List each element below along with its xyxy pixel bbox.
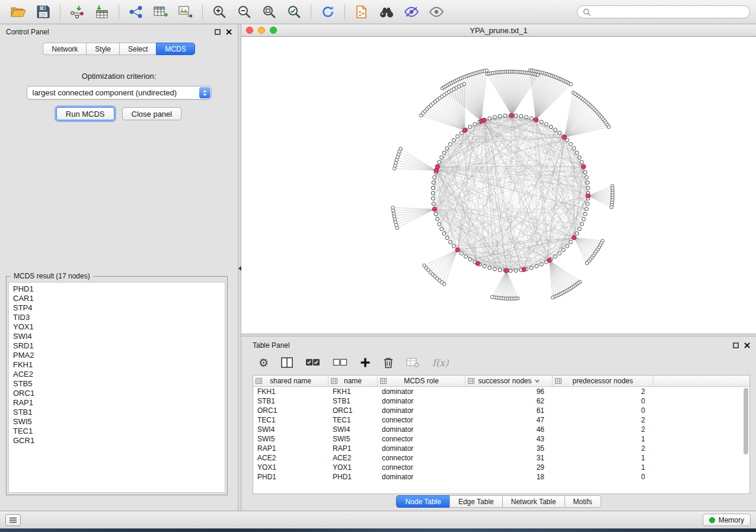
network-node[interactable] xyxy=(493,267,496,271)
network-edge[interactable] xyxy=(423,113,465,130)
table-row[interactable]: STB1STB1dominator620 xyxy=(253,396,749,406)
mcds-result-item[interactable]: CAR1 xyxy=(13,294,221,303)
network-node[interactable] xyxy=(431,191,435,195)
network-hub-node[interactable] xyxy=(534,118,538,122)
network-edge[interactable] xyxy=(425,111,465,130)
tab-style[interactable]: Style xyxy=(86,43,119,55)
add-column-button[interactable] xyxy=(360,357,371,368)
network-hub-node[interactable] xyxy=(510,113,514,117)
network-edge[interactable] xyxy=(395,209,435,219)
tab-motifs[interactable]: Motifs xyxy=(564,495,601,508)
network-node[interactable] xyxy=(578,227,581,230)
export-image-button[interactable] xyxy=(173,2,198,22)
network-node[interactable] xyxy=(535,264,538,268)
float-panel-button[interactable] xyxy=(215,29,221,35)
network-edge[interactable] xyxy=(564,123,606,137)
network-node[interactable] xyxy=(452,244,455,248)
table-row[interactable]: ORC1ORC1dominator610 xyxy=(253,406,749,415)
float-table-panel-button[interactable] xyxy=(733,342,739,348)
network-edge[interactable] xyxy=(530,70,536,120)
network-hub-node[interactable] xyxy=(572,236,576,240)
network-node[interactable] xyxy=(575,232,579,235)
mcds-result-item[interactable]: GCR1 xyxy=(13,436,221,446)
network-node[interactable] xyxy=(583,212,587,216)
save-session-button[interactable] xyxy=(31,2,56,22)
close-table-panel-button[interactable] xyxy=(744,342,750,348)
network-hub-node[interactable] xyxy=(522,267,526,271)
table-scrollbar[interactable] xyxy=(743,387,749,493)
network-leaf-node[interactable] xyxy=(399,147,403,150)
network-node[interactable] xyxy=(525,116,528,119)
mcds-result-item[interactable]: STB1 xyxy=(13,408,221,417)
network-node[interactable] xyxy=(468,258,472,261)
network-edge[interactable] xyxy=(496,271,506,298)
network-node[interactable] xyxy=(436,217,439,221)
network-edge[interactable] xyxy=(396,209,435,225)
network-edge[interactable] xyxy=(398,154,436,170)
mcds-result-item[interactable]: STP4 xyxy=(13,303,221,313)
network-edge[interactable] xyxy=(574,238,587,263)
mcds-result-item[interactable]: ACE2 xyxy=(13,370,221,379)
network-node[interactable] xyxy=(432,202,435,206)
network-edge[interactable] xyxy=(435,209,586,210)
network-hub-node[interactable] xyxy=(455,248,460,252)
clone-network-button[interactable] xyxy=(349,2,374,22)
scrollbar-thumb[interactable] xyxy=(744,388,748,454)
zoom-out-button[interactable] xyxy=(232,2,257,22)
network-edge[interactable] xyxy=(484,120,490,268)
network-node[interactable] xyxy=(514,269,518,273)
new-network-button[interactable] xyxy=(123,2,148,22)
zoom-fit-button[interactable] xyxy=(257,2,282,22)
tab-node-table[interactable]: Node Table xyxy=(396,495,449,508)
tab-network[interactable]: Network xyxy=(43,43,86,55)
network-node[interactable] xyxy=(493,116,496,119)
network-node[interactable] xyxy=(434,212,438,216)
network-edge[interactable] xyxy=(495,73,512,116)
network-edge[interactable] xyxy=(564,107,592,137)
window-close-traffic-light[interactable] xyxy=(246,27,253,34)
table-row[interactable]: ACE2ACE2connector311 xyxy=(253,453,749,463)
find-button[interactable] xyxy=(374,2,399,22)
network-edge[interactable] xyxy=(564,137,586,177)
network-node[interactable] xyxy=(558,252,562,255)
mcds-result-item[interactable]: ORC1 xyxy=(13,389,221,398)
run-mcds-button[interactable]: Run MCDS xyxy=(56,107,114,120)
mcds-result-item[interactable]: PMA2 xyxy=(13,351,221,360)
window-zoom-traffic-light[interactable] xyxy=(270,27,277,34)
zoom-selected-button[interactable] xyxy=(282,2,307,22)
network-node[interactable] xyxy=(488,117,492,120)
network-edge[interactable] xyxy=(398,157,436,171)
network-edge[interactable] xyxy=(536,79,559,120)
network-node[interactable] xyxy=(432,181,435,184)
mcds-result-item[interactable]: TID3 xyxy=(13,313,221,322)
network-edge[interactable] xyxy=(574,238,595,254)
network-hub-node[interactable] xyxy=(482,118,486,122)
network-leaf-node[interactable] xyxy=(485,69,489,72)
network-node[interactable] xyxy=(540,262,543,266)
show-column-button[interactable] xyxy=(281,357,293,368)
network-node[interactable] xyxy=(572,147,576,150)
network-node[interactable] xyxy=(549,125,553,129)
network-hub-node[interactable] xyxy=(476,261,480,265)
table-row[interactable]: YOX1YOX1connector291 xyxy=(253,463,749,472)
table-settings-button[interactable]: ⚙ xyxy=(259,357,269,368)
column-header-predecessor-nodes[interactable]: predecessor nodes xyxy=(553,376,653,386)
network-edge[interactable] xyxy=(512,72,525,116)
network-leaf-node[interactable] xyxy=(391,206,395,210)
network-leaf-node[interactable] xyxy=(423,264,426,267)
new-table-button[interactable] xyxy=(148,2,173,22)
network-edge[interactable] xyxy=(433,104,465,130)
network-node[interactable] xyxy=(586,181,589,184)
network-edge[interactable] xyxy=(536,84,571,120)
network-node[interactable] xyxy=(488,266,492,270)
function-builder-button[interactable]: f(x) xyxy=(432,357,448,368)
import-network-button[interactable] xyxy=(65,2,90,22)
network-node[interactable] xyxy=(440,227,444,230)
network-node[interactable] xyxy=(580,222,583,226)
network-hub-node[interactable] xyxy=(547,258,551,262)
network-node[interactable] xyxy=(585,207,588,211)
network-edge[interactable] xyxy=(536,81,564,120)
mcds-result-item[interactable]: SWI4 xyxy=(13,332,221,341)
network-edge[interactable] xyxy=(435,102,465,131)
table-row[interactable]: RAP1RAP1dominator352 xyxy=(253,444,749,453)
